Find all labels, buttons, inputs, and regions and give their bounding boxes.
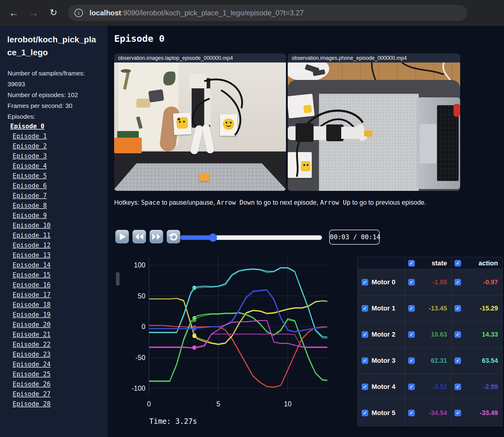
action-value: -15.29 <box>461 305 498 312</box>
state-column-header: ✓ state <box>405 257 451 269</box>
url-text: localhost:9090/lerobot/koch_pick_place_1… <box>90 9 304 17</box>
url-path: :9090/lerobot/koch_pick_place_1_lego/epi… <box>121 9 304 17</box>
episode-link[interactable]: Episode 10 <box>0 221 108 231</box>
action-checkbox[interactable]: ✓ <box>454 410 461 416</box>
episode-link[interactable]: Episode 28 <box>0 399 108 409</box>
page-content: lerobot/koch_pick_place_1_lego Number of… <box>0 26 504 437</box>
action-checkbox[interactable]: ✓ <box>454 279 461 286</box>
motor-name: Motor 4 <box>372 383 395 391</box>
hotkey-text: to pause/unpause, <box>160 199 217 206</box>
motor-table: ✓ state ✓ action ✓Motor 0✓-1.05✓-0.97✓Mo… <box>357 257 502 426</box>
page-title: Episode 0 <box>114 33 165 44</box>
motor-checkbox[interactable]: ✓ <box>362 357 368 364</box>
state-checkbox[interactable]: ✓ <box>408 410 415 416</box>
episode-link[interactable]: Episode 6 <box>0 181 108 191</box>
episode-link[interactable]: Episode 1 <box>0 131 108 141</box>
episode-link[interactable]: Episode 19 <box>0 310 108 320</box>
episode-link[interactable]: Episode 3 <box>0 151 108 161</box>
motor-name: Motor 0 <box>372 278 395 286</box>
state-value: 10.63 <box>415 331 447 338</box>
svg-text:100: 100 <box>134 261 145 269</box>
episode-link[interactable]: Episode 5 <box>0 171 108 181</box>
svg-text:0: 0 <box>141 323 145 331</box>
episode-link[interactable]: Episode 8 <box>0 201 108 211</box>
motor-table-corner <box>358 257 405 269</box>
motor-row: ✓Motor 4✓-3.52✓-2.99 <box>358 374 502 400</box>
state-value: -3.52 <box>415 383 447 391</box>
motor-row: ✓Motor 1✓-13.45✓-15.29 <box>358 295 502 322</box>
action-column-checkbox[interactable]: ✓ <box>454 260 461 267</box>
motor-row: ✓Motor 5✓-34.54✓-33.49 <box>358 400 502 426</box>
episode-link[interactable]: Episode 7 <box>0 191 108 201</box>
action-value: 14.33 <box>461 331 498 338</box>
action-checkbox[interactable]: ✓ <box>454 357 461 364</box>
dataset-title: lerobot/koch_pick_place_1_lego <box>7 33 99 59</box>
episode-link[interactable]: Episode 23 <box>0 350 108 359</box>
motor-checkbox[interactable]: ✓ <box>362 279 368 286</box>
episode-link[interactable]: Episode 2 <box>0 141 108 151</box>
state-value: -34.54 <box>415 409 447 417</box>
state-column-checkbox[interactable]: ✓ <box>408 260 415 267</box>
episode-link[interactable]: Episode 26 <box>0 379 108 389</box>
episode-link[interactable]: Episode 0 <box>0 121 108 131</box>
episode-link[interactable]: Episode 11 <box>0 231 108 240</box>
episode-link[interactable]: Episode 27 <box>0 389 108 399</box>
state-checkbox[interactable]: ✓ <box>408 305 415 312</box>
video-panel-laptop: observation.images.laptop_episode_000000… <box>114 53 286 191</box>
state-checkbox[interactable]: ✓ <box>408 357 415 364</box>
episode-link[interactable]: Episode 21 <box>0 330 108 340</box>
motor-chart: 100500-50-1000510 <box>114 239 330 416</box>
state-checkbox[interactable]: ✓ <box>408 384 415 390</box>
episode-link[interactable]: Episode 16 <box>0 280 108 290</box>
episode-link[interactable]: Episode 15 <box>0 270 108 280</box>
forward-icon[interactable]: → <box>26 5 41 20</box>
video-laptop <box>114 63 286 191</box>
motor-checkbox[interactable]: ✓ <box>362 384 368 390</box>
state-value: -13.45 <box>415 305 447 312</box>
motor-name: Motor 3 <box>372 357 395 365</box>
reload-icon[interactable]: ↻ <box>46 5 61 20</box>
url-host: localhost <box>90 9 121 17</box>
action-checkbox[interactable]: ✓ <box>454 331 461 338</box>
svg-text:-100: -100 <box>132 384 145 392</box>
state-value: 62.31 <box>415 357 447 365</box>
motor-checkbox[interactable]: ✓ <box>362 331 368 338</box>
action-header-label: action <box>461 259 498 267</box>
motor-chart-container: 100500-50-1000510 Time: 3.27s <box>114 239 330 433</box>
action-value: -2.99 <box>461 383 498 391</box>
stat-line: Number of samples/frames: 39693 <box>8 68 102 90</box>
state-checkbox[interactable]: ✓ <box>408 279 415 286</box>
svg-text:10: 10 <box>284 400 292 408</box>
browser-chrome: ← → ↻ i localhost:9090/lerobot/koch_pick… <box>0 0 504 26</box>
episode-link[interactable]: Episode 4 <box>0 161 108 171</box>
site-info-icon[interactable]: i <box>74 9 83 17</box>
episode-link[interactable]: Episode 25 <box>0 369 108 379</box>
action-value: 63.54 <box>461 357 498 365</box>
action-checkbox[interactable]: ✓ <box>454 384 461 390</box>
url-bar[interactable]: i localhost:9090/lerobot/koch_pick_place… <box>68 5 467 21</box>
back-icon[interactable]: ← <box>7 5 21 20</box>
state-checkbox[interactable]: ✓ <box>408 331 415 338</box>
orange-lego-brick <box>199 173 209 181</box>
episode-link[interactable]: Episode 18 <box>0 300 108 310</box>
motor-name: Motor 1 <box>372 304 395 312</box>
episode-link[interactable]: Episode 17 <box>0 290 108 300</box>
episode-link[interactable]: Episode 13 <box>0 250 108 260</box>
robot-joint-1 <box>296 123 314 142</box>
episode-link[interactable]: Episode 9 <box>0 211 108 221</box>
dataset-stats: Number of samples/frames: 39693Number of… <box>8 68 102 111</box>
episode-link[interactable]: Episode 24 <box>0 359 108 369</box>
motor-checkbox[interactable]: ✓ <box>362 410 368 416</box>
video-panel-phone: observation.images.phone_episode_000000.… <box>288 53 460 191</box>
motor-checkbox[interactable]: ✓ <box>362 305 368 312</box>
chart-time-label: Time: 3.27s <box>149 417 197 426</box>
hotkey-key: Arrow Down <box>217 199 255 206</box>
action-checkbox[interactable]: ✓ <box>454 305 461 312</box>
episode-link[interactable]: Episode 20 <box>0 320 108 330</box>
episode-link[interactable]: Episode 14 <box>0 260 108 270</box>
svg-text:50: 50 <box>138 292 145 300</box>
episode-link[interactable]: Episode 22 <box>0 340 108 350</box>
hotkey-text: Hotkeys: <box>114 199 141 206</box>
episode-link[interactable]: Episode 12 <box>0 240 108 250</box>
episode-list: Episode 0Episode 1Episode 2Episode 3Epis… <box>0 121 108 409</box>
